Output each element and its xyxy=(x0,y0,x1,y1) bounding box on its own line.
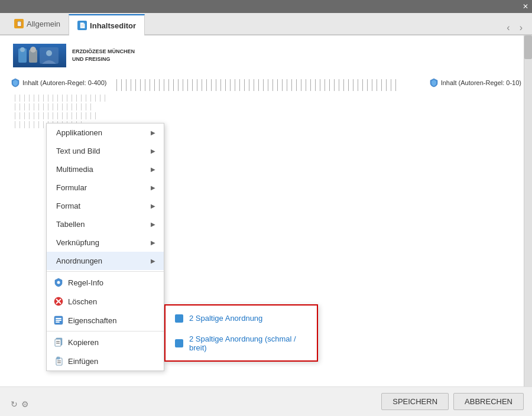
svg-rect-17 xyxy=(56,343,60,344)
content-label-1-text: Inhalt (Autoren-Regel: 0-400) xyxy=(22,79,106,86)
menu-item-eigenschaften[interactable]: Eigenschaften xyxy=(47,311,164,330)
menu-item-text-und-bild[interactable]: Text und Bild ▶ xyxy=(47,142,164,160)
shield-rule-icon xyxy=(54,278,63,287)
nav-arrows: ‹ › xyxy=(503,21,526,34)
context-menu: Applikationen ▶ Text und Bild ▶ Multimed… xyxy=(46,123,164,371)
tab-allgemein[interactable]: 📋 Allgemein xyxy=(6,13,69,34)
delete-icon xyxy=(54,297,63,306)
tab-allgemein-label: Allgemein xyxy=(27,20,60,28)
menu-item-loeschen[interactable]: Löschen xyxy=(47,292,164,311)
bottom-bar: ↻ ⚙ SPEICHERN ABBRECHEN xyxy=(0,386,532,416)
allgemein-icon: 📋 xyxy=(14,19,24,28)
tab-inhaltseditor[interactable]: 📄 Inhaltseditor xyxy=(69,14,145,35)
submenu-anordnungen: 2 Spaltige Anordnung 2 Spaltige Anordnun… xyxy=(164,304,318,362)
chevron-icon: ▶ xyxy=(151,239,155,246)
tab-inhaltseditor-label: Inhaltseditor xyxy=(90,21,136,30)
logo-text: ERZDIÖZESE MÜNCHEN UND FREISING xyxy=(72,48,135,63)
properties-icon xyxy=(54,316,63,325)
menu-item-anordnungen[interactable]: Anordnungen ▶ xyxy=(47,252,164,270)
menu-item-applikationen[interactable]: Applikationen ▶ xyxy=(47,124,164,142)
menu-item-tabellen[interactable]: Tabellen ▶ xyxy=(47,215,164,233)
chevron-icon: ▶ xyxy=(151,203,155,209)
chevron-icon: ▶ xyxy=(151,166,155,173)
submenu-item-2spalte-schmal[interactable]: 2 Spaltige Anordnung (schmal / breit) xyxy=(166,329,317,358)
nav-back-button[interactable]: ‹ xyxy=(503,21,513,34)
title-bar: ✕ xyxy=(0,0,532,13)
menu-item-kopieren[interactable]: Kopieren xyxy=(47,333,164,352)
nav-forward-button[interactable]: › xyxy=(516,21,526,34)
layout-icon-1 xyxy=(175,314,183,323)
close-button[interactable]: ✕ xyxy=(523,2,528,11)
bottom-left: ↻ ⚙ xyxy=(11,399,29,409)
inhaltseditor-icon: 📄 xyxy=(77,21,87,30)
logo-area: ERZDIÖZESE MÜNCHEN UND FREISING xyxy=(13,44,521,67)
svg-rect-13 xyxy=(56,321,60,323)
menu-item-regel-info[interactable]: Regel-Info xyxy=(47,273,164,292)
striped-area-1 xyxy=(112,79,397,91)
content-row-1: Inhalt (Autoren-Regel: 0-400) Inhalt (Au… xyxy=(11,78,521,91)
menu-item-format[interactable]: Format ▶ xyxy=(47,197,164,215)
settings-button[interactable]: ⚙ xyxy=(21,399,29,409)
content-area: ERZDIÖZESE MÜNCHEN UND FREISING Inhalt (… xyxy=(0,35,532,386)
chevron-icon: ▶ xyxy=(151,258,155,264)
logo-box xyxy=(13,44,66,67)
submenu-item-2spalte[interactable]: 2 Spaltige Anordnung xyxy=(166,308,317,329)
shield-icon-1 xyxy=(11,78,20,87)
svg-rect-16 xyxy=(56,341,60,342)
menu-separator xyxy=(47,271,164,272)
save-button[interactable]: SPEICHERN xyxy=(381,393,449,410)
menu-item-multimedia[interactable]: Multimedia ▶ xyxy=(47,160,164,178)
svg-rect-21 xyxy=(57,362,61,363)
shield-icon-2 xyxy=(429,78,439,87)
svg-rect-19 xyxy=(57,357,60,359)
chevron-icon: ▶ xyxy=(151,221,155,228)
cancel-button[interactable]: ABBRECHEN xyxy=(453,393,524,410)
chevron-icon: ▶ xyxy=(151,148,155,154)
content-label-1: Inhalt (Autoren-Regel: 0-400) xyxy=(11,78,106,87)
logo-svg xyxy=(16,45,63,66)
paste-icon xyxy=(54,356,63,366)
tab-bar: 📋 Allgemein 📄 Inhaltseditor ‹ › xyxy=(0,13,532,35)
svg-rect-12 xyxy=(56,320,61,321)
menu-separator-2 xyxy=(47,331,164,332)
menu-item-formular[interactable]: Formular ▶ xyxy=(47,178,164,197)
menu-item-einfuegen[interactable]: Einfügen xyxy=(47,352,164,370)
content-label-2-text: Inhalt (Autoren-Regel: 0-10) xyxy=(441,79,521,86)
svg-point-1 xyxy=(20,47,25,52)
main-area: ERZDIÖZESE MÜNCHEN UND FREISING Inhalt (… xyxy=(0,35,532,416)
svg-point-5 xyxy=(46,50,52,56)
svg-rect-11 xyxy=(56,318,61,319)
chevron-icon: ▶ xyxy=(151,184,155,191)
svg-rect-20 xyxy=(57,360,61,362)
layout-icon-2 xyxy=(175,339,183,347)
svg-point-6 xyxy=(57,281,60,284)
svg-point-3 xyxy=(30,47,36,53)
menu-item-verknuepfung[interactable]: Verknüpfung ▶ xyxy=(47,233,164,252)
refresh-button[interactable]: ↻ xyxy=(11,399,18,409)
chevron-icon: ▶ xyxy=(151,129,155,136)
content-label-2: Inhalt (Autoren-Regel: 0-10) xyxy=(403,78,521,87)
copy-icon xyxy=(54,337,63,347)
